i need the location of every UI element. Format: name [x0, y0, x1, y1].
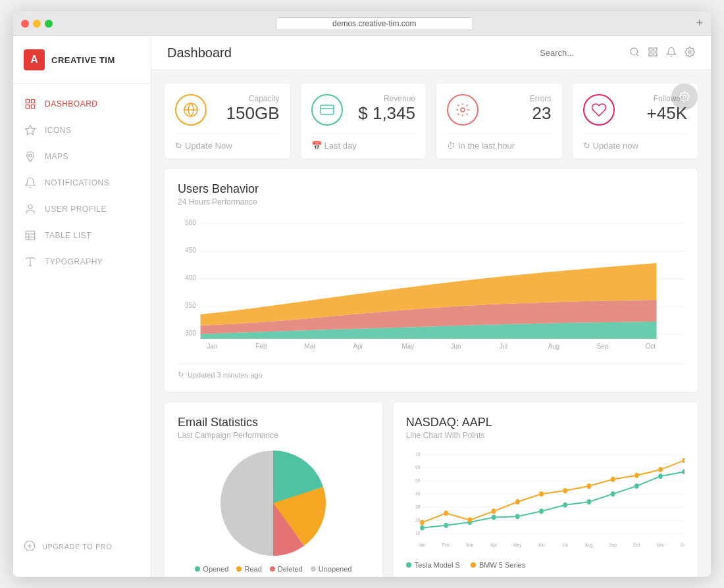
- legend-dot-tesla: [406, 562, 411, 568]
- svg-point-85: [658, 467, 663, 472]
- stats-row: Capacity 150GB ↻ Update Now: [151, 70, 711, 159]
- sidebar-nav: Dashboard Icons Ma: [13, 84, 151, 529]
- svg-point-70: [586, 499, 591, 504]
- url-text[interactable]: demos.creative-tim.com: [276, 17, 473, 30]
- sidebar-label-table-list: Table List: [45, 231, 91, 240]
- svg-point-83: [611, 477, 615, 482]
- svg-text:May: May: [513, 541, 522, 548]
- legend-label-unopened: Unopened: [319, 565, 352, 573]
- sidebar-item-table-list[interactable]: Table List: [13, 222, 151, 249]
- svg-text:Apr: Apr: [490, 541, 498, 548]
- sidebar-brand: A CREATIVE TIM: [13, 36, 151, 84]
- svg-text:Jul: Jul: [562, 541, 568, 548]
- user-profile-icon: [24, 203, 37, 216]
- header-icons: [629, 47, 695, 60]
- errors-footer-text: In the last hour: [458, 141, 515, 151]
- svg-point-22: [688, 51, 691, 53]
- users-behavior-title: Users Behavior: [178, 182, 685, 196]
- page-title: Dashboard: [167, 45, 540, 61]
- svg-rect-21: [654, 53, 657, 56]
- followers-footer: ↻ Update now: [583, 134, 688, 151]
- svg-text:350: 350: [185, 302, 196, 309]
- svg-point-80: [539, 491, 544, 497]
- sidebar-item-notifications[interactable]: Notifications: [13, 170, 151, 196]
- sidebar-item-dashboard[interactable]: Dashboard: [13, 91, 151, 117]
- svg-text:400: 400: [185, 274, 196, 282]
- errors-label: Errors: [530, 94, 552, 103]
- svg-text:Jul: Jul: [500, 343, 508, 350]
- svg-text:Mar: Mar: [466, 541, 474, 548]
- svg-point-73: [658, 474, 663, 479]
- minimize-dot[interactable]: [33, 20, 41, 28]
- legend-tesla-label: Tesla Model S: [415, 561, 460, 569]
- sidebar-item-user-profile[interactable]: User Profile: [13, 196, 151, 222]
- upgrade-label: Upgrade to Pro: [42, 543, 112, 551]
- errors-footer-icon: ⏱: [447, 141, 455, 151]
- svg-text:500: 500: [185, 219, 196, 226]
- app-layout: A CREATIVE TIM Dashboard: [13, 36, 711, 577]
- pie-chart-proper: [220, 451, 326, 556]
- svg-rect-7: [26, 231, 35, 240]
- browser-window: demos.creative-tim.com + A CREATIVE TIM: [13, 11, 711, 577]
- bell-icon[interactable]: [666, 47, 677, 60]
- sidebar-item-icons[interactable]: Icons: [13, 117, 151, 143]
- capacity-icon: [175, 94, 207, 126]
- stat-card-revenue: Revenue $ 1,345 📅 Last day: [301, 84, 427, 159]
- svg-point-67: [515, 514, 520, 519]
- nasdaq-title: NASDAQ: AAPL: [406, 416, 685, 429]
- svg-text:Jan: Jan: [419, 541, 425, 548]
- sidebar-label-icons: Icons: [45, 126, 72, 135]
- followers-settings[interactable]: [671, 84, 698, 110]
- main-header: Dashboard: [151, 36, 711, 70]
- svg-rect-18: [649, 48, 652, 51]
- svg-point-68: [539, 508, 544, 514]
- users-behavior-subtitle: 24 Hours Performance: [178, 197, 685, 207]
- errors-icon: [447, 94, 478, 126]
- errors-value: 23: [530, 103, 552, 124]
- close-dot[interactable]: [21, 20, 29, 28]
- svg-rect-1: [32, 99, 35, 103]
- grid-icon[interactable]: [648, 47, 658, 60]
- search-input[interactable]: [540, 48, 619, 58]
- sidebar-label-typography: Typography: [45, 257, 103, 266]
- line-chart-legend: Tesla Model S BMW 5 Series: [406, 561, 685, 569]
- svg-text:Feb: Feb: [442, 541, 450, 548]
- sidebar-upgrade[interactable]: Upgrade to Pro: [13, 529, 151, 564]
- search-icon[interactable]: [629, 47, 640, 60]
- legend-dot-read: [236, 566, 242, 572]
- svg-point-27: [461, 108, 465, 112]
- legend-bmw: BMW 5 Series: [471, 561, 525, 569]
- svg-point-77: [467, 518, 472, 523]
- svg-point-63: [420, 525, 425, 530]
- new-tab-button[interactable]: +: [696, 16, 703, 30]
- pie-chart-container: Opened Read Deleted: [178, 451, 369, 573]
- sidebar-item-typography[interactable]: Typography: [13, 249, 151, 275]
- sidebar-label-user-profile: User Profile: [45, 205, 107, 214]
- legend-bmw-label: BMW 5 Series: [479, 561, 525, 569]
- brand-name: CREATIVE TIM: [51, 55, 115, 65]
- svg-rect-19: [654, 48, 657, 51]
- sidebar-item-maps[interactable]: Maps: [13, 143, 151, 170]
- settings-icon[interactable]: [685, 47, 695, 60]
- area-chart-svg: 500 450 400 350 300: [178, 217, 685, 355]
- legend-read: Read: [236, 565, 261, 573]
- svg-point-84: [634, 473, 639, 478]
- svg-text:60: 60: [415, 464, 420, 470]
- svg-text:Oct: Oct: [646, 343, 656, 350]
- svg-text:Aug: Aug: [585, 541, 593, 548]
- maximize-dot[interactable]: [45, 20, 53, 28]
- svg-text:450: 450: [185, 247, 196, 254]
- svg-text:Aug: Aug: [548, 343, 560, 350]
- capacity-value: 150GB: [226, 103, 280, 124]
- svg-text:Nov: Nov: [657, 541, 665, 548]
- svg-text:20: 20: [415, 516, 420, 523]
- svg-text:Oct: Oct: [633, 541, 640, 548]
- bottom-row: Email Statistics Last Campaign Performan…: [151, 392, 711, 577]
- dashboard-icon: [24, 97, 37, 110]
- svg-point-75: [420, 520, 425, 525]
- chart-updated-icon: ↻: [178, 370, 184, 379]
- svg-point-74: [682, 469, 685, 474]
- line-chart-area: 70 60 50 40 30 20 10: [406, 449, 685, 554]
- users-behavior-chart: 500 450 400 350 300: [178, 217, 685, 355]
- svg-line-17: [636, 54, 638, 56]
